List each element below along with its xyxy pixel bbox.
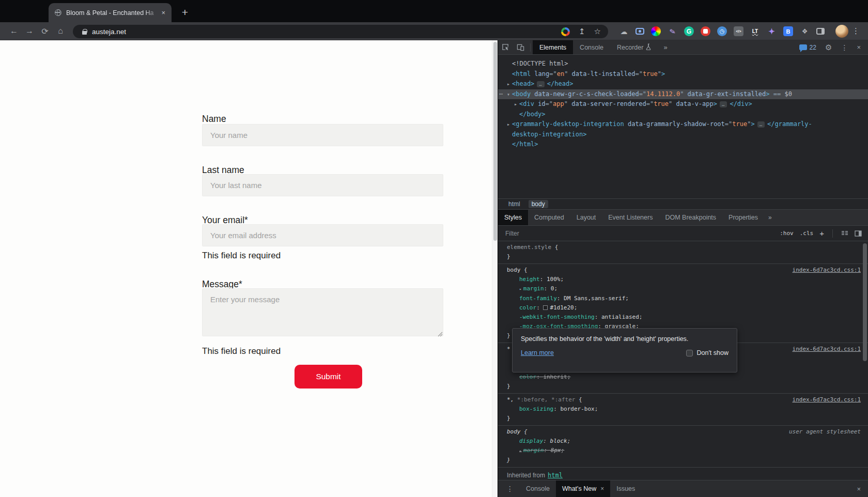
dom-token: data-gr-ext-installed xyxy=(684,90,766,98)
panel-tab-recorder[interactable]: Recorder xyxy=(610,40,658,54)
css-selector[interactable]: body {user agent stylesheet xyxy=(507,427,863,437)
url-text[interactable]: austeja.net xyxy=(92,28,561,36)
dock-panel-icon[interactable] xyxy=(855,230,862,237)
console-messages-badge[interactable]: 22 xyxy=(799,44,816,51)
device-toolbar-icon[interactable] xyxy=(513,40,528,54)
css-property[interactable]: -webkit-font-smoothing: antialiased; xyxy=(507,313,863,322)
new-tab-button[interactable]: + xyxy=(178,5,192,20)
bookmark-star-icon[interactable]: ☆ xyxy=(594,27,601,36)
expand-arrow-icon[interactable]: ▸ xyxy=(505,119,512,130)
drawer-tab-what-s-new[interactable]: What's New× xyxy=(556,480,610,497)
sidebar-tab-computed[interactable]: Computed xyxy=(528,210,570,225)
dom-token: <grammarly-desktop-integration xyxy=(512,120,624,128)
filter-input[interactable]: Filter xyxy=(505,230,773,237)
dom-tree-node[interactable]: ▸<head>…</head> xyxy=(498,79,868,89)
drawer-tab-what-s-new-close-icon[interactable]: × xyxy=(600,485,604,492)
reload-button[interactable]: ⟳ xyxy=(37,26,53,36)
bell-extension-icon[interactable]: ☁ xyxy=(619,26,629,36)
browser-menu-icon[interactable]: ⋮ xyxy=(849,26,863,36)
back-button[interactable]: ← xyxy=(6,26,22,36)
code-extension-icon[interactable]: </> xyxy=(734,26,743,36)
languagetool-extension-icon[interactable]: LT xyxy=(750,26,760,36)
css-selector[interactable]: *, *:before, *:after {index-6d7ac3cd.css… xyxy=(507,395,863,405)
sidebar-tab-dom-breakpoints[interactable]: DOM Breakpoints xyxy=(659,210,722,225)
css-property[interactable]: box-sizing: border-box; xyxy=(507,405,863,414)
color-picker-extension-icon[interactable] xyxy=(651,26,661,36)
breadcrumb-body[interactable]: body xyxy=(529,200,548,208)
settings-gear-icon[interactable]: ⚙ xyxy=(825,43,832,52)
address-bar[interactable]: austeja.net ↥ ☆ xyxy=(73,25,608,38)
css-source-link[interactable]: index-6d7ac3cd.css:1 xyxy=(793,395,861,405)
submit-button[interactable]: Submit xyxy=(295,365,362,389)
grammarly-extension-icon[interactable]: G xyxy=(684,26,694,36)
sidebar-tab-layout[interactable]: Layout xyxy=(570,210,602,225)
toggle-hover-state[interactable]: :hov xyxy=(780,230,794,237)
browser-tab[interactable]: Bloom & Petal - Enchanted Ha × xyxy=(49,3,172,22)
blocker-extension-icon[interactable] xyxy=(701,26,710,36)
feather-extension-icon[interactable]: ✎ xyxy=(667,25,678,37)
css-property[interactable]: color: inherit; xyxy=(507,372,863,382)
google-search-icon[interactable] xyxy=(561,27,570,36)
css-selector[interactable]: body {index-6d7ac3cd.css:1 xyxy=(507,266,863,275)
drawer-tab-issues[interactable]: Issues xyxy=(610,480,641,497)
dont-show-checkbox[interactable] xyxy=(686,350,693,356)
css-property[interactable]: color: #1d1e20; xyxy=(507,303,863,313)
bookmark-b-extension-icon[interactable]: B xyxy=(783,26,793,36)
sidebar-tab-event-listeners[interactable]: Event Listeners xyxy=(602,210,659,225)
forward-button[interactable]: → xyxy=(22,26,37,36)
dom-tree-node[interactable]: ▸<div id="app" data-server-rendered="tru… xyxy=(498,99,868,110)
message-textarea[interactable] xyxy=(202,288,443,336)
expand-arrow-icon[interactable]: ▾ xyxy=(505,89,512,100)
devtools-menu-icon[interactable]: ⋮ xyxy=(841,43,848,52)
drawer-close-icon[interactable]: × xyxy=(857,480,861,497)
dom-tree-node[interactable]: <html lang="en" data-lt-installed="true"… xyxy=(498,69,868,80)
dom-tree-node[interactable]: <!DOCTYPE html> xyxy=(498,59,868,69)
css-property[interactable]: ▸margin: 8px; xyxy=(507,446,863,456)
more-tabs-chevron[interactable]: » xyxy=(764,210,776,225)
dom-tree-node[interactable]: </body> xyxy=(498,110,868,120)
dom-tree-node[interactable]: desktop-integration> xyxy=(498,130,868,140)
profile-avatar[interactable] xyxy=(835,25,848,38)
drawer-tab-console[interactable]: Console xyxy=(520,480,556,497)
css-source-link[interactable]: index-6d7ac3cd.css:1 xyxy=(793,266,861,275)
dom-tree-node[interactable]: ⋯▾<body data-new-gr-c-s-check-loaded="14… xyxy=(498,89,868,100)
extensions-puzzle-icon[interactable]: ❖ xyxy=(800,26,810,36)
inspect-element-icon[interactable] xyxy=(498,40,513,54)
side-panel-icon[interactable] xyxy=(816,28,825,35)
toggle-classes[interactable]: .cls xyxy=(800,230,814,237)
css-source-link[interactable]: index-6d7ac3cd.css:1 xyxy=(793,345,861,354)
panel-tab-console[interactable]: Console xyxy=(573,40,610,54)
panel-tab-elements[interactable]: Elements xyxy=(533,40,573,54)
dom-tree-node[interactable]: </html> xyxy=(498,139,868,150)
css-property[interactable]: font-family: DM Sans,sans-serif; xyxy=(507,294,863,303)
home-button[interactable]: ⌂ xyxy=(53,26,68,36)
css-property[interactable]: display: block; xyxy=(507,437,863,446)
name-input[interactable] xyxy=(202,124,443,146)
sidebar-tab-properties[interactable]: Properties xyxy=(722,210,764,225)
last-name-input[interactable] xyxy=(202,174,443,196)
screen-capture-extension-icon[interactable] xyxy=(636,28,644,35)
css-selector[interactable]: element.style { xyxy=(507,243,863,252)
share-icon[interactable]: ↥ xyxy=(579,27,585,36)
styles-scrollbar[interactable] xyxy=(863,243,867,361)
email-input[interactable] xyxy=(202,224,443,246)
page-scrollbar[interactable] xyxy=(492,40,498,497)
devtools-close-icon[interactable]: × xyxy=(857,43,861,51)
css-property[interactable]: height: 100%; xyxy=(507,275,863,284)
dom-tree-node[interactable]: ▸<grammarly-desktop-integration data-gra… xyxy=(498,119,868,130)
sidebar-tab-styles[interactable]: Styles xyxy=(498,210,528,225)
inherited-html-link[interactable]: html xyxy=(548,472,563,479)
new-style-rule-button[interactable]: + xyxy=(819,229,824,238)
drawer-menu-icon[interactable]: ⋮ xyxy=(498,480,520,497)
css-property[interactable]: ▸margin: 0; xyxy=(507,284,863,294)
more-panels-chevron[interactable]: » xyxy=(658,40,672,54)
expand-arrow-icon[interactable]: ▸ xyxy=(512,99,519,110)
time-tracker-extension-icon[interactable]: ◷ xyxy=(717,26,727,36)
learn-more-link[interactable]: Learn more xyxy=(521,349,554,356)
ai-spark-extension-icon[interactable]: ✦ xyxy=(767,26,777,36)
tab-close-icon[interactable]: × xyxy=(159,9,167,17)
expand-arrow-icon[interactable]: ▸ xyxy=(505,79,512,89)
breadcrumb-html[interactable]: html xyxy=(505,200,523,208)
scrollbar-thumb[interactable] xyxy=(493,42,497,241)
computed-styles-sidebar-icon[interactable] xyxy=(841,230,848,237)
